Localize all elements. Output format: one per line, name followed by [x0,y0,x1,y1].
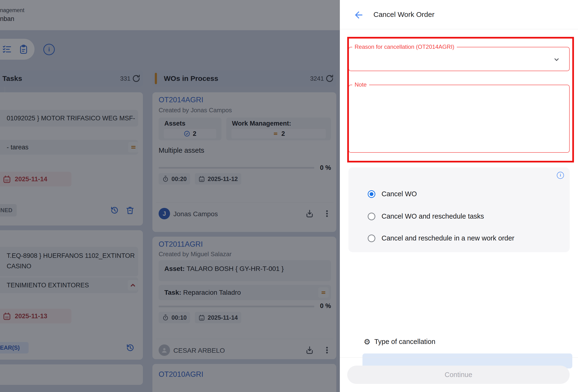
chevron-down-icon [553,55,561,64]
due-date: 2025-11-14 [15,176,48,183]
task-subtitle-chip: - tareas [0,140,138,155]
avatar [159,344,170,356]
panel-title: Cancel Work Order [373,10,434,19]
due-date: 2025-11-13 [15,313,48,320]
task-card[interactable]: 01092025 } MOTOR TRIFASICO WEG MSF- - ta… [0,92,143,226]
column-header-tasks: Tasks 331 [0,70,143,87]
work-management-box: Work Management: 2 [226,118,331,140]
duration: 00:10 [171,314,187,321]
duration-chip: 00:10 [159,312,190,323]
page-title: nban [0,15,14,23]
wo-description: Multiple assets [159,147,204,154]
radio-selected-icon[interactable] [368,190,375,198]
wo-card[interactable]: OT2014AGRI Created by Jonas Campos Asset… [152,92,336,232]
calendar-icon [2,175,11,184]
task-subtitle-chip: TENIMIENTO EXTINTORES [0,277,138,293]
refresh-icon[interactable] [132,74,141,83]
due-date-chip: 2025-11-13 [0,309,71,323]
assets-label: Assets [164,120,186,127]
task-value: Reparacion Taladro [181,289,241,296]
check-circle-icon [184,130,190,137]
radio-unselected-icon[interactable] [368,235,375,242]
task-chip: Task:Reparacion Taladro [159,285,331,300]
stopwatch-icon [162,175,169,182]
column-color-bar [155,73,157,84]
radio-unselected-icon[interactable] [368,213,375,220]
refresh-icon[interactable] [325,74,334,83]
wo-created-by: Created by Jonas Campos [159,107,232,114]
wo-code-link[interactable]: OT2014AGRI [159,96,203,104]
continue-button[interactable]: Continue [347,366,570,384]
equals-icon [272,130,279,137]
progress-bar [159,167,314,169]
due-date-chip: 2025-11-14 [0,172,71,187]
download-icon[interactable] [305,209,315,219]
info-icon[interactable]: i [557,172,564,179]
trash-icon[interactable] [125,205,135,215]
progress-bar [159,306,314,307]
note-field-label: Note [352,81,369,88]
assets-count-box: 2 [164,129,216,138]
wo-code-link[interactable]: OT2010AGRI [159,370,203,379]
checklist-icon[interactable] [2,44,12,54]
column-count: 331 [120,75,131,82]
progress-value: 0 % [320,164,331,171]
topbar-breadcrumb: nagement [0,7,24,14]
status-badge: NNED [0,204,17,216]
calendar-icon [198,314,205,321]
card-divider [156,202,334,202]
calendar-icon [198,175,205,182]
wo-code-link[interactable]: OT2011AGRI [159,240,203,249]
gear-icon: ⚙ [364,338,371,346]
assets-box: Assets 2 [159,118,222,140]
reason-select[interactable] [348,47,570,71]
assignee-name: Jonas Campos [173,210,218,218]
recurrence-chip: YEAR(S) [0,342,29,353]
date-chip: 2025-11-14 [195,312,241,323]
clipboard-icon[interactable] [18,44,29,54]
back-arrow-icon[interactable] [353,9,364,20]
work-management-count: 2 [281,130,285,137]
task-card[interactable] [0,364,143,385]
task-title-line1: T.EQ-8908 } HUERFANOS 1102_EXTINTOR [7,252,135,260]
app-topbar: nagement nban [0,0,340,30]
info-icon[interactable]: i [43,44,55,55]
wo-card[interactable]: OT2011AGRI Created by Miguel Salazar Ass… [152,237,336,359]
duration: 00:20 [171,176,187,182]
asset-value: TALARO BOSH { GY-HR-T-001 } [185,265,284,272]
download-icon[interactable] [305,345,315,355]
date-chip: 2025-11-12 [195,173,241,185]
type-of-cancellation-card: ⚙ Type of cancellation i Cancel WO Cance… [348,167,570,252]
task-subtitle: TENIMIENTO EXTINTORES [7,282,89,289]
work-management-label: Work Management: [232,120,291,127]
radio-option-cancel-reschedule-new-wo[interactable]: Cancel and reschedule in a new work orde… [368,234,514,242]
history-icon[interactable] [110,205,119,215]
type-of-cancellation-header: ⚙ Type of cancellation [364,338,435,346]
radio-option-cancel-reschedule-tasks[interactable]: Cancel WO and reschedule tasks [368,212,484,220]
radio-option-cancel-wo[interactable]: Cancel WO [368,190,417,198]
avatar: J [159,208,170,219]
calendar-icon [2,312,11,321]
asset-chip: Asset:TALARO BOSH { GY-HR-T-001 } [159,260,331,281]
note-textarea[interactable] [348,85,570,153]
duration-chip: 00:20 [159,173,190,185]
reason-field-label: Reason for cancellation (OT2014AGRI) [352,43,457,50]
column-title: Tasks [2,75,22,82]
scheduled-date: 2025-11-12 [208,176,238,182]
kebab-menu-icon[interactable] [322,345,332,355]
scheduled-date: 2025-11-14 [208,314,238,321]
task-title-chip: T.EQ-8908 } HUERFANOS 1102_EXTINTOR CASI… [0,247,138,276]
assets-count: 2 [193,130,196,137]
task-card[interactable]: T.EQ-8908 } HUERFANOS 1102_EXTINTOR CASI… [0,230,143,360]
task-label: Task: [164,289,181,296]
column-title: WOs in Process [164,75,218,82]
kanban-board: nagement nban i Tasks 331 [0,0,340,392]
work-management-count-box: 2 [232,129,326,138]
header-divider [340,29,578,29]
kebab-menu-icon[interactable] [322,209,332,219]
assignee-name: CESAR ARBELO [173,347,225,354]
priority-high-icon [128,280,138,290]
history-icon[interactable] [126,343,135,353]
wo-card[interactable]: OT2010AGRI [152,364,336,392]
app-screen: nagement nban i Tasks 331 [0,0,578,392]
